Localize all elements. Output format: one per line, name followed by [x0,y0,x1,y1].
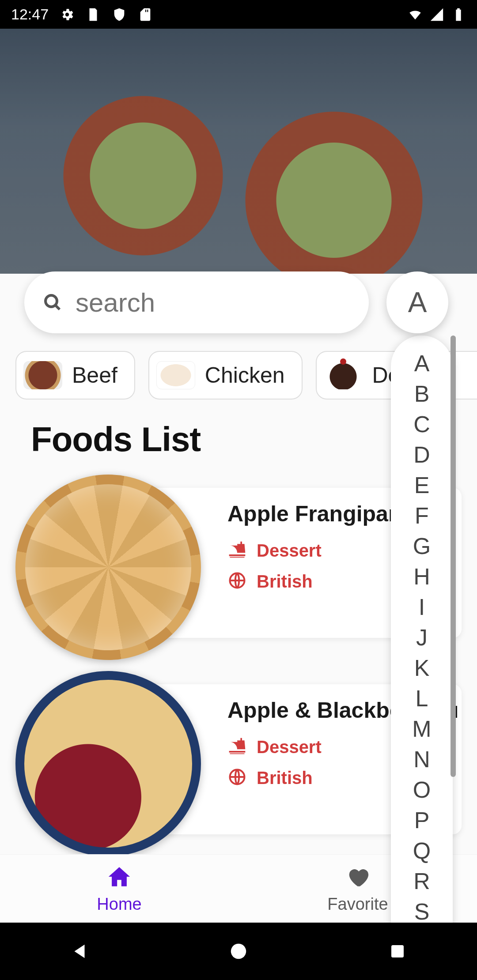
category-label: Beef [72,362,117,388]
fastfood-icon [227,540,247,561]
food-category: Dessert [257,541,322,561]
alpha-index-item[interactable]: I [391,592,453,622]
settings-gear-icon [60,7,75,22]
alpha-index-item[interactable]: K [391,652,453,683]
alpha-index-panel[interactable]: A B C D E F G H I J K L M N O P Q R S [391,335,453,923]
sd-card-icon [138,7,153,22]
shield-icon [112,7,127,22]
android-recent-button[interactable] [383,937,412,965]
document-icon [86,7,101,22]
device-frame: 12:47 [0,0,477,980]
heart-icon [345,864,371,891]
android-home-button[interactable] [224,937,253,965]
scrollbar-thumb[interactable] [450,335,456,777]
hero-image [0,29,477,274]
android-nav-bar [0,923,477,980]
clock: 12:47 [11,6,49,23]
section-title: Foods List [31,419,201,460]
food-category: Dessert [257,737,322,757]
status-bar: 12:47 [0,0,477,29]
battery-icon [451,7,466,22]
android-back-button[interactable] [65,937,94,965]
globe-icon [227,767,247,788]
category-label: Chicken [205,362,285,388]
alpha-index-item[interactable]: C [391,409,453,439]
home-icon [106,864,132,891]
alpha-index-item[interactable]: E [391,470,453,500]
nav-label: Home [97,895,141,914]
food-cuisine: British [257,572,313,592]
svg-line-1 [55,305,60,309]
alpha-index-item[interactable]: H [391,561,453,592]
current-letter-badge[interactable]: A [386,271,448,333]
status-left: 12:47 [11,6,153,23]
app-content: A Beef Chicken Dessert Foods List [0,29,477,923]
alpha-index-item[interactable]: R [391,866,453,897]
category-chip-chicken[interactable]: Chicken [148,351,303,400]
food-cuisine: British [257,768,313,788]
globe-icon [227,571,247,592]
category-image [23,361,62,389]
category-image [324,361,363,389]
alpha-index-item[interactable]: G [391,531,453,561]
alpha-index-item[interactable]: O [391,775,453,805]
fastfood-icon [227,736,247,758]
alpha-index-item[interactable]: A [391,348,453,378]
cellular-icon [429,7,444,22]
alpha-index-item[interactable]: P [391,805,453,836]
wifi-icon [408,7,423,22]
status-right [408,7,466,22]
search-input[interactable] [76,287,406,318]
search-icon [42,292,63,313]
nav-label: Favorite [327,895,388,914]
search-bar[interactable] [24,271,369,333]
alpha-index-item[interactable]: M [391,714,453,744]
alpha-index-item[interactable]: F [391,500,453,531]
svg-point-4 [231,944,246,959]
alpha-index-item[interactable]: L [391,683,453,714]
svg-rect-5 [391,945,404,957]
food-image [15,671,201,856]
alpha-index-item[interactable]: S [391,897,453,923]
food-image [15,475,201,660]
category-chip-beef[interactable]: Beef [15,351,135,400]
alpha-index-item[interactable]: J [391,622,453,652]
alpha-index-item[interactable]: B [391,378,453,409]
alpha-index-item[interactable]: D [391,439,453,470]
alpha-index-item[interactable]: N [391,744,453,775]
alpha-index-item[interactable]: Q [391,836,453,866]
category-image [156,361,195,389]
nav-home[interactable]: Home [0,855,238,923]
svg-point-0 [45,295,57,307]
